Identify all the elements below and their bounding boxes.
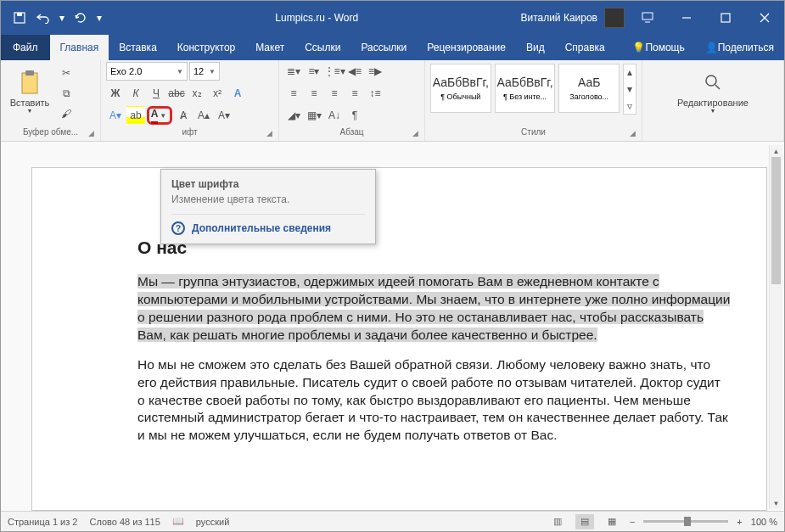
tab-insert[interactable]: Вставка	[109, 35, 167, 60]
status-page[interactable]: Страница 1 из 2	[8, 517, 77, 527]
document-page[interactable]: О нас Мы — группа энтузиастов, одержимых…	[31, 167, 767, 511]
style-heading[interactable]: АаБЗаголово...	[558, 64, 620, 113]
format-painter-icon[interactable]: 🖌	[57, 104, 76, 123]
font-group-label: ифт	[106, 126, 273, 139]
menu-file[interactable]: Файл	[1, 35, 50, 60]
help-icon: ?	[171, 221, 185, 235]
paragraph-launcher[interactable]: ◢	[412, 129, 423, 139]
line-spacing-button[interactable]: ↕≡	[366, 84, 384, 103]
italic-button[interactable]: К	[126, 84, 145, 103]
highlight-button[interactable]: ab	[126, 106, 145, 125]
styles-launcher[interactable]: ◢	[630, 129, 640, 139]
tab-help[interactable]: Справка	[555, 35, 615, 60]
scroll-down-icon[interactable]: ▼	[770, 497, 782, 509]
tab-home[interactable]: Главная	[50, 35, 109, 60]
shrink-font-button[interactable]: A▾	[215, 106, 233, 125]
zoom-thumb[interactable]	[684, 517, 691, 526]
share-button[interactable]: 👤 Поделиться	[695, 35, 784, 60]
font-size-selector[interactable]: 12▼	[189, 62, 220, 81]
scroll-thumb[interactable]	[771, 157, 781, 284]
align-left-button[interactable]: ≡	[284, 84, 303, 103]
justify-button[interactable]: ≡	[345, 84, 364, 103]
styles-expand[interactable]: ▿	[624, 98, 636, 114]
grow-font-button[interactable]: A▴	[194, 106, 213, 125]
sort-button[interactable]: A↓	[325, 106, 344, 125]
tooltip-more-link[interactable]: ? Дополнительные сведения	[171, 214, 365, 235]
tab-view[interactable]: Вид	[516, 35, 555, 60]
autosave-icon[interactable]	[11, 9, 28, 26]
zoom-out-button[interactable]: −	[630, 517, 635, 527]
vertical-scrollbar[interactable]: ▲ ▼	[769, 145, 782, 509]
clipboard-group-label: Буфер обме...	[6, 126, 95, 139]
zoom-slider[interactable]	[643, 520, 728, 523]
spellcheck-icon[interactable]: 📖	[172, 516, 184, 527]
text-effects-button[interactable]: A	[228, 84, 247, 103]
clipboard-icon	[18, 70, 42, 94]
view-read-icon[interactable]: ▥	[548, 514, 567, 529]
tab-design[interactable]: Конструктор	[167, 35, 245, 60]
titlebar: ▾ ▾ Lumpics.ru - Word Виталий Каиров	[1, 1, 784, 35]
copy-icon[interactable]: ⧉	[57, 84, 76, 103]
selected-text: Мы — группа энтузиастов, одержимых идеей…	[137, 274, 730, 342]
scroll-up-icon[interactable]: ▲	[770, 145, 782, 157]
style-normal[interactable]: АаБбВвГг,¶ Обычный	[430, 64, 491, 113]
avatar[interactable]	[604, 8, 625, 28]
minimize-icon[interactable]	[667, 1, 706, 35]
zoom-value[interactable]: 100 %	[751, 517, 777, 527]
clipboard-launcher[interactable]: ◢	[88, 129, 98, 139]
tooltip-link-label: Дополнительные сведения	[192, 222, 331, 234]
chevron-down-icon[interactable]: ▾	[59, 9, 65, 26]
tooltip-title: Цвет шрифта	[171, 178, 365, 190]
user-name[interactable]: Виталий Каиров	[520, 12, 597, 24]
numbering-button[interactable]: ≡▾	[305, 62, 323, 81]
help-label: Помощь	[645, 42, 684, 53]
editing-button[interactable]: Редактирование ▼	[675, 62, 751, 121]
subscript-button[interactable]: x₂	[188, 84, 206, 103]
view-print-icon[interactable]: ▤	[575, 514, 594, 529]
status-language[interactable]: русский	[196, 517, 229, 527]
clear-format-button[interactable]: A̷	[174, 106, 193, 125]
pilcrow-button[interactable]: ¶	[345, 106, 364, 125]
bullets-button[interactable]: ≣▾	[284, 62, 303, 81]
borders-button[interactable]: ▦▾	[305, 106, 323, 125]
view-web-icon[interactable]: ▦	[603, 514, 621, 529]
superscript-button[interactable]: x²	[208, 84, 227, 103]
increase-indent-button[interactable]: ≡▶	[366, 62, 384, 81]
help-bulb[interactable]: 💡 Помощь	[622, 35, 694, 60]
font-color-button[interactable]: A▼	[147, 106, 172, 125]
qat-chevron-icon[interactable]: ▾	[96, 9, 103, 26]
font-launcher[interactable]: ◢	[266, 129, 277, 139]
search-icon	[701, 70, 725, 94]
styles-scroll-down[interactable]: ▾	[624, 81, 636, 97]
zoom-in-button[interactable]: +	[737, 517, 742, 527]
tab-mailings[interactable]: Рассылки	[350, 35, 417, 60]
styles-group-label: Стили	[430, 126, 636, 139]
undo-icon[interactable]	[35, 9, 52, 26]
styles-scroll-up[interactable]: ▴	[624, 64, 636, 80]
strike-button[interactable]: abc	[167, 84, 186, 103]
style-no-spacing[interactable]: АаБбВвГг,¶ Без инте...	[495, 64, 556, 113]
underline-button[interactable]: Ч	[147, 84, 165, 103]
ribbon-options-icon[interactable]	[628, 1, 667, 35]
chevron-down-icon: ▼	[160, 112, 168, 120]
align-right-button[interactable]: ≡	[325, 84, 344, 103]
close-icon[interactable]	[745, 1, 784, 35]
tab-layout[interactable]: Макет	[245, 35, 294, 60]
multilevel-button[interactable]: ⋮≡▾	[325, 62, 344, 81]
tab-review[interactable]: Рецензирование	[417, 35, 516, 60]
editing-group-label	[648, 126, 778, 139]
decrease-indent-button[interactable]: ◀≡	[345, 62, 364, 81]
font-name-selector[interactable]: Exo 2.0▼	[106, 62, 188, 81]
redo-icon[interactable]	[72, 9, 89, 26]
style-preview: АаБбВвГг,	[433, 76, 489, 89]
status-words[interactable]: Слово 48 из 115	[89, 517, 160, 527]
cut-icon[interactable]: ✂	[57, 64, 76, 82]
paste-button[interactable]: Вставить ▼	[6, 62, 53, 121]
align-center-button[interactable]: ≡	[305, 84, 323, 103]
shading-button[interactable]: ◢▾	[284, 106, 303, 125]
text-effects-2-button[interactable]: A▾	[106, 106, 125, 125]
maximize-icon[interactable]	[706, 1, 745, 35]
svg-rect-1	[17, 13, 22, 16]
bold-button[interactable]: Ж	[106, 84, 125, 103]
tab-references[interactable]: Ссылки	[294, 35, 350, 60]
